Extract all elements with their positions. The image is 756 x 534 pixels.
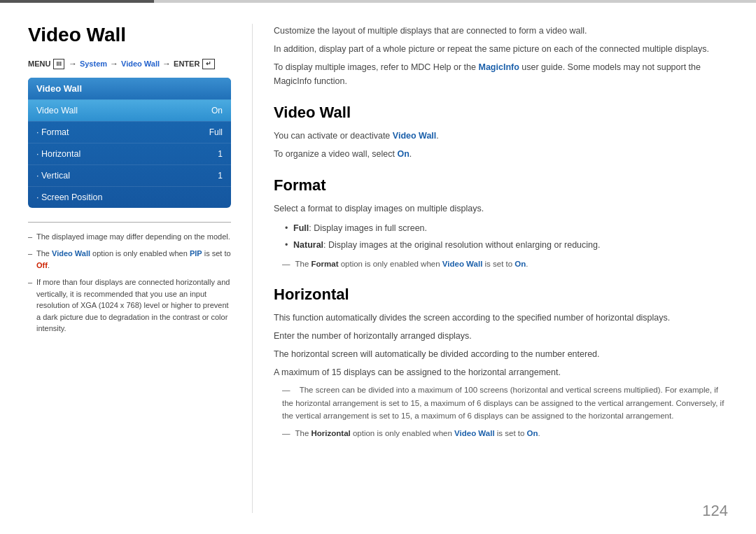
section-text-format1: Select a format to display images on mul… <box>274 202 728 216</box>
format-bullet-list: Full: Display images in full screen. Nat… <box>285 221 728 252</box>
section-text-horiz4: A maximum of 15 displays can be assigned… <box>274 365 728 379</box>
section-text-horiz3: The horizontal screen will automatically… <box>274 347 728 361</box>
intro-line-3: To display multiple images, refer to MDC… <box>274 60 728 88</box>
page-title: Video Wall <box>28 24 231 46</box>
menu-path: MENU III → System → Video Wall → ENTER ↵ <box>28 59 231 69</box>
enter-icon: ↵ <box>202 59 215 69</box>
arrow1: → <box>69 59 77 69</box>
note-item-3: If more than four displays are connected… <box>28 276 231 335</box>
notes-section: The displayed image may differ depending… <box>28 222 231 335</box>
menu-item[interactable]: · Screen Position <box>28 186 231 208</box>
section-text-horiz2: Enter the number of horizontally arrange… <box>274 329 728 343</box>
page-number: 124 <box>702 502 728 520</box>
menu-item-value: 1 <box>218 149 223 159</box>
menu-icon: III <box>53 59 64 69</box>
menu-item[interactable]: · FormatFull <box>28 121 231 143</box>
menu-box: Video Wall Video WallOn· FormatFull· Hor… <box>28 78 231 208</box>
menu-item-label: · Format <box>36 127 69 137</box>
menu-item-value: Full <box>209 127 223 137</box>
menu-item-value: On <box>211 106 223 115</box>
enter-label: ENTER <box>174 59 200 68</box>
arrow2: → <box>110 59 118 69</box>
arrow3: → <box>162 59 171 69</box>
menu-item-label: Video Wall <box>36 106 78 115</box>
intro-line-2: In addition, display part of a whole pic… <box>274 42 728 56</box>
section-title-horizontal: Horizontal <box>274 286 728 304</box>
menu-item[interactable]: · Horizontal1 <box>28 143 231 164</box>
intro-line-1: Customize the layout of multiple display… <box>274 24 728 38</box>
menu-item-value: 1 <box>218 171 223 181</box>
bullet-natural: Natural: Display images at the original … <box>285 238 728 252</box>
menu-item[interactable]: · Vertical1 <box>28 164 231 186</box>
note-item-1: The displayed image may differ depending… <box>28 231 231 243</box>
content-area: Video Wall MENU III → System → Video Wal… <box>0 3 756 534</box>
menu-item-label: · Horizontal <box>36 149 80 159</box>
horizontal-indent-note: The screen can be divided into a maximum… <box>274 384 728 422</box>
page-container: Video Wall MENU III → System → Video Wal… <box>0 0 756 534</box>
menu-label: MENU <box>28 59 50 68</box>
menu-item-label: · Vertical <box>36 171 70 181</box>
format-note: The Format option is only enabled when V… <box>274 258 728 270</box>
section-title-videowall: Video Wall <box>274 104 728 122</box>
menu-item-label: · Screen Position <box>36 192 103 202</box>
section-text-horiz1: This function automatically divides the … <box>274 311 728 325</box>
section-text-vw2: To organize a video wall, select On. <box>274 147 728 161</box>
section-title-format: Format <box>274 176 728 195</box>
menu-items-container: Video WallOn· FormatFull· Horizontal1· V… <box>28 99 231 208</box>
note-item-2: The Video Wall option is only enabled wh… <box>28 248 231 271</box>
horizontal-note: The Horizontal option is only enabled wh… <box>274 427 728 440</box>
bullet-full: Full: Display images in full screen. <box>285 221 728 235</box>
menu-item[interactable]: Video WallOn <box>28 99 231 121</box>
left-column: Video Wall MENU III → System → Video Wal… <box>28 24 252 513</box>
video-wall-path-label: Video Wall <box>121 59 160 68</box>
menu-box-title: Video Wall <box>28 78 231 99</box>
right-column: Customize the layout of multiple display… <box>252 24 728 513</box>
section-text-vw1: You can activate or deactivate Video Wal… <box>274 129 728 143</box>
system-label: System <box>80 59 107 68</box>
